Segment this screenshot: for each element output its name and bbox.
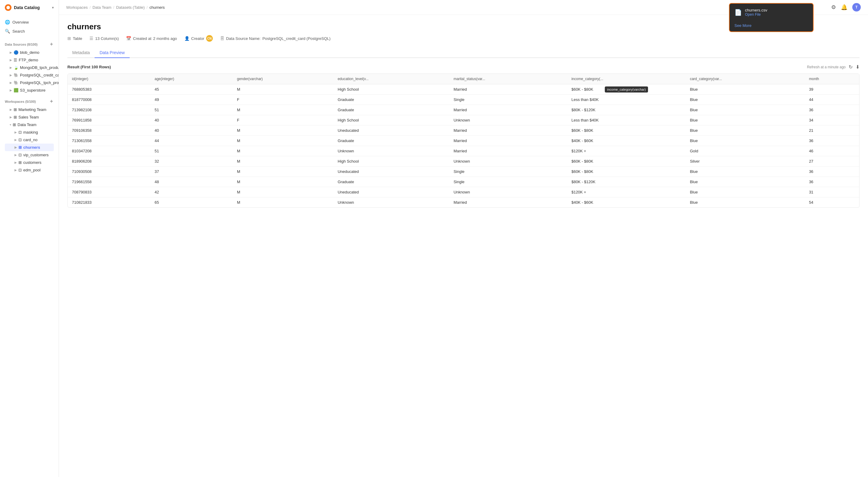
add-data-source-button[interactable]: ＋ (49, 41, 54, 48)
table-cell: 44 (805, 95, 859, 105)
table-cell: 44 (151, 136, 233, 146)
table-cell: Blue (686, 95, 805, 105)
table-cell: $60K - $80K (567, 167, 686, 177)
notification-content: churners.csv Open File (745, 8, 808, 17)
sidebar-item-sales-team[interactable]: ▶ ⊞ Sales Team (5, 113, 54, 121)
table-cell: Married (450, 125, 567, 136)
col-header-age: age(integer) (151, 74, 233, 84)
breadcrumb-data-team[interactable]: Data Team (92, 5, 112, 10)
sidebar-item-card-no[interactable]: ▶ ⊡ card_no (5, 136, 54, 144)
open-file-link[interactable]: Open File (745, 12, 808, 17)
sidebar-item-label: Marketing Team (19, 107, 46, 112)
sidebar-item-churners[interactable]: ▶ ⊞ churners (5, 144, 54, 151)
sidebar-item-customers[interactable]: ▶ ⊞ customers (5, 159, 54, 166)
meta-creator-label: Creator (191, 36, 204, 41)
table-cell: 21 (805, 125, 859, 136)
table-cell: Blue (686, 177, 805, 187)
sidebar-item-vip-customers[interactable]: ▶ ⊡ vip_customers (5, 151, 54, 159)
database-icon: 🗄 (220, 36, 224, 41)
meta-created-value: 2 months ago (153, 36, 177, 41)
add-workspace-button[interactable]: ＋ (49, 98, 54, 105)
sidebar-item-marketing-team[interactable]: ▶ ⊞ Marketing Team (5, 106, 54, 113)
notification-item[interactable]: 📄 churners.csv Open File (730, 4, 813, 21)
table-row: 76880538345MHigh SchoolMarried$60K - $80… (68, 84, 859, 95)
table-cell: High School (333, 115, 450, 125)
see-more-button[interactable]: See More (735, 23, 751, 28)
download-button[interactable]: ⬇ (856, 64, 860, 70)
chevron-right-icon: ▶ (10, 73, 12, 77)
sidebar-item-masking[interactable]: ▶ ⊡ masking (5, 128, 54, 136)
table-cell: Blue (686, 125, 805, 136)
notification-popup: 📄 churners.csv Open File See More (729, 3, 814, 32)
table-cell: F (233, 115, 333, 125)
table-cell: $40K - $60K (567, 136, 686, 146)
table-cell: 39 (805, 84, 859, 95)
sidebar-item-postgresql-tpch[interactable]: ▶ 🐘 PostgreSQL_tpch_product (5, 79, 54, 86)
table-cell: 42 (151, 187, 233, 198)
avatar[interactable]: T (852, 3, 861, 11)
sidebar-item-label: FTP_demo (19, 58, 38, 62)
table-cell: M (233, 177, 333, 187)
table-cell: 32 (151, 156, 233, 167)
table-row: 71306155844MGraduateMarried$40K - $60KBl… (68, 136, 859, 146)
meta-created-label: Created at (133, 36, 151, 41)
sidebar-item-blob-demo[interactable]: ▶ 🔵 blob_demo (5, 49, 54, 56)
table-cell: F (233, 95, 333, 105)
table-cell: $120K + (567, 146, 686, 156)
settings-icon[interactable]: ⚙ (831, 4, 836, 10)
table-cell: 818770008 (68, 95, 151, 105)
table-cell: Blue (686, 198, 805, 208)
chevron-down-icon: ▾ (52, 6, 54, 10)
meta-created: 📅 Created at 2 months ago (126, 36, 177, 41)
tab-metadata[interactable]: Metadata (67, 48, 95, 58)
refresh-button[interactable]: ↻ (849, 64, 852, 70)
table-row: 70879083342MUneducatedUnknown$120K +Blue… (68, 187, 859, 198)
chevron-right-icon: ▶ (14, 153, 17, 156)
col-header-id: id(integer) (68, 74, 151, 84)
table-cell: M (233, 167, 333, 177)
sidebar-item-edm-pool[interactable]: ▶ ⊡ edm_pool (5, 166, 54, 174)
table-cell: Unknown (450, 156, 567, 167)
bell-icon[interactable]: 🔔 (841, 4, 847, 10)
chevron-down-icon: ▾ (10, 123, 11, 126)
sidebar-item-data-team[interactable]: ▾ ⊞ Data Team (5, 121, 54, 128)
sidebar-item-search[interactable]: 🔍 Search (0, 27, 59, 36)
meta-row: ⊞ Table ☰ 13 Column(s) 📅 Created at 2 mo… (67, 35, 860, 42)
sidebar-search-label: Search (12, 29, 25, 34)
search-icon: 🔍 (5, 29, 10, 34)
table-row: 71082183365MUnknownMarried$40K - $60KBlu… (68, 198, 859, 208)
meta-creator: 👤 Creator CN (184, 35, 213, 42)
sidebar-item-s3[interactable]: ▶ 🟩 S3_superstore (5, 86, 54, 94)
table-cell: 54 (805, 198, 859, 208)
grid-icon: ⊞ (13, 122, 16, 127)
sidebar-logo[interactable]: Data Catalog ▾ (0, 0, 59, 15)
table-cell: 710930508 (68, 167, 151, 177)
sidebar-item-label: card_no (23, 138, 37, 142)
breadcrumb-workspaces[interactable]: Workspaces (66, 5, 88, 10)
table-cell: Unknown (450, 115, 567, 125)
sidebar-item-ftp-demo[interactable]: ▶ ☰ FTP_demo (5, 56, 54, 64)
table-cell: 36 (805, 177, 859, 187)
sidebar-item-overview[interactable]: 🌐 Overview (0, 18, 59, 27)
meta-datasource-value: PostgreSQL_credit_card (PostgreSQL) (262, 36, 330, 41)
meta-table-label: Table (73, 36, 82, 41)
col-header-card: card_category(var... (686, 74, 805, 84)
table-cell: M (233, 198, 333, 208)
sidebar-item-label: PostgreSQL_credit_card (20, 73, 59, 78)
sidebar-item-mongodb[interactable]: ▶ 🍃 MongoDB_tpch_product (5, 64, 54, 71)
breadcrumb-datasets[interactable]: Datasets (Table) (116, 5, 145, 10)
table-cell: Graduate (333, 136, 450, 146)
table-cell: Married (450, 105, 567, 115)
tab-data-preview[interactable]: Data Preview (95, 48, 129, 58)
sidebar-item-postgresql-credit[interactable]: ▶ 🐘 PostgreSQL_credit_card (5, 71, 54, 79)
blob-icon: 🔵 (13, 50, 19, 55)
meta-columns-label: 13 Column(s) (95, 36, 119, 41)
table-cell: Blue (686, 136, 805, 146)
table-cell: Blue (686, 187, 805, 198)
sidebar-nav: 🌐 Overview 🔍 Search (0, 15, 59, 38)
table-actions: Refresh at a minute ago ↻ ⬇ (807, 64, 860, 70)
notification-footer: See More (730, 21, 813, 31)
table-cell: $60K - $80K (567, 84, 686, 95)
table-cell: M (233, 125, 333, 136)
table-cell: M (233, 156, 333, 167)
